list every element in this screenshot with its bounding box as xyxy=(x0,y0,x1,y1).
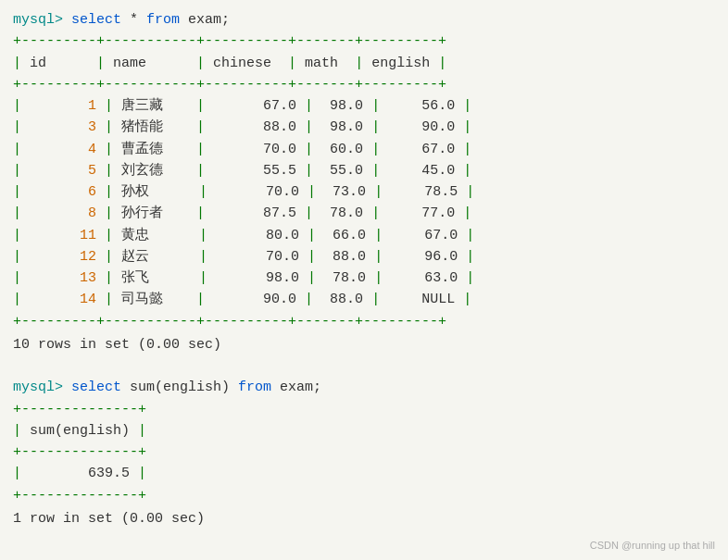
pipe: | xyxy=(196,205,263,221)
cell-name: 张飞 xyxy=(121,270,199,286)
pipe: | xyxy=(13,119,30,135)
border-top2-icon: +--------------+ xyxy=(13,402,146,417)
cell-math: 60.0 xyxy=(321,142,363,157)
table1-row-4: | 5 | 刘玄德 | 55.5 | 55.0 | 45.0 | xyxy=(13,160,715,181)
cell-id: 8 xyxy=(30,205,96,221)
table1-row-2: | 3 | 猪悟能 | 88.0 | 98.0 | 90.0 | xyxy=(13,117,715,138)
pipe: | xyxy=(196,119,263,135)
pipe: | xyxy=(13,249,30,265)
cell-name: 刘玄德 xyxy=(121,163,196,179)
pipe: | xyxy=(13,423,30,439)
table1-border-top: +---------+-----------+----------+------… xyxy=(13,31,715,52)
sql1-table: exam; xyxy=(180,12,230,28)
pipe: | xyxy=(296,142,321,157)
cell-chinese: 67.0 xyxy=(263,98,296,114)
pipe: | xyxy=(458,228,474,243)
col-name: name xyxy=(113,56,196,71)
pipe: | xyxy=(196,292,263,307)
cell-math: 55.0 xyxy=(321,163,363,179)
cell-id: 3 xyxy=(30,119,96,135)
cell-math: 78.0 xyxy=(321,205,363,221)
pipe: | xyxy=(299,228,324,243)
pipe: | xyxy=(363,98,388,114)
pipe: | xyxy=(455,119,471,135)
pipe: | xyxy=(96,249,121,265)
pipe2: | xyxy=(96,56,113,71)
pipe: | xyxy=(96,163,121,179)
sql1-from: from xyxy=(146,12,180,28)
pipe: | xyxy=(458,184,474,200)
pipe: | xyxy=(13,184,30,200)
cell-english: 67.0 xyxy=(388,142,455,157)
sql2-table: exam; xyxy=(271,380,321,395)
sql1-star: * xyxy=(121,12,146,28)
pipe: | xyxy=(96,119,121,135)
pipe: | xyxy=(363,119,388,135)
col-english: english xyxy=(371,56,438,71)
pipe: | xyxy=(13,292,30,307)
pipe: | xyxy=(196,142,263,157)
pipe: | xyxy=(299,270,324,286)
cell-name: 唐三藏 xyxy=(121,98,196,114)
cell-chinese: 87.5 xyxy=(263,205,296,221)
pipe: | xyxy=(96,142,121,157)
query2-line: mysql> select sum(english) from exam; xyxy=(13,377,715,398)
border-bot2-icon: +--------------+ xyxy=(13,488,146,504)
pipe: | xyxy=(13,163,30,179)
table1-row-10: | 14 | 司马懿 | 90.0 | 88.0 | NULL | xyxy=(13,289,715,310)
spacer xyxy=(13,355,715,377)
pipe: | xyxy=(458,270,474,286)
cell-math: 98.0 xyxy=(321,98,363,114)
cell-chinese: 70.0 xyxy=(266,249,299,265)
cell-chinese: 90.0 xyxy=(263,292,296,307)
pipe: | xyxy=(458,249,474,265)
col-math: math xyxy=(305,56,355,71)
cell-math: 88.0 xyxy=(321,292,363,307)
cell-id: 1 xyxy=(30,98,96,114)
table2-border-top: +--------------+ xyxy=(13,399,715,420)
cell-chinese: 88.0 xyxy=(263,119,296,135)
pipe3: | xyxy=(196,56,213,71)
result2: 1 row in set (0.00 sec) xyxy=(13,508,715,529)
pipe: | xyxy=(363,205,388,221)
pipe: | xyxy=(455,205,471,221)
col-sum-english: sum(english) xyxy=(30,423,130,439)
pipe: | xyxy=(199,249,266,265)
table1-row-9: | 13 | 张飞 | 98.0 | 78.0 | 63.0 | xyxy=(13,268,715,289)
cell-name: 黄忠 xyxy=(121,228,199,243)
pipe: | xyxy=(366,249,391,265)
pipe: | xyxy=(13,142,30,157)
pipe: | xyxy=(366,184,391,200)
cell-chinese: 70.0 xyxy=(266,184,299,200)
table2-header: | sum(english) | xyxy=(13,420,715,442)
border-bot-icon: +---------+-----------+----------+------… xyxy=(13,314,446,330)
pipe1: | xyxy=(13,56,30,71)
pipe: | xyxy=(366,228,391,243)
prompt2: mysql> xyxy=(13,380,71,395)
pipe: | xyxy=(455,292,471,307)
pipe6: | xyxy=(438,56,446,71)
pipe: | xyxy=(196,98,263,114)
pipe: | xyxy=(296,119,321,135)
pipe: | xyxy=(96,228,121,243)
cell-english: 78.5 xyxy=(391,184,458,200)
table1-row-5: | 6 | 孙权 | 70.0 | 73.0 | 78.5 | xyxy=(13,181,715,203)
table2-border-mid: +--------------+ xyxy=(13,442,715,463)
cell-english: 56.0 xyxy=(388,98,455,114)
pipe: | xyxy=(455,163,471,179)
pipe5: | xyxy=(355,56,371,71)
cell-math: 66.0 xyxy=(324,228,366,243)
cell-math: 78.0 xyxy=(324,270,366,286)
cell-sum-value: 639.5 xyxy=(30,466,130,481)
sql2-select: select xyxy=(71,380,121,395)
pipe: | xyxy=(13,98,30,114)
cell-english: 45.0 xyxy=(388,163,455,179)
pipe: | xyxy=(13,466,30,481)
cell-id: 13 xyxy=(30,270,96,286)
table1-border-bot: +---------+-----------+----------+------… xyxy=(13,311,715,332)
cell-math: 98.0 xyxy=(321,119,363,135)
border-mid2-icon: +--------------+ xyxy=(13,444,146,460)
pipe: | xyxy=(296,292,321,307)
cell-id: 4 xyxy=(30,142,96,157)
cell-chinese: 80.0 xyxy=(266,228,299,243)
